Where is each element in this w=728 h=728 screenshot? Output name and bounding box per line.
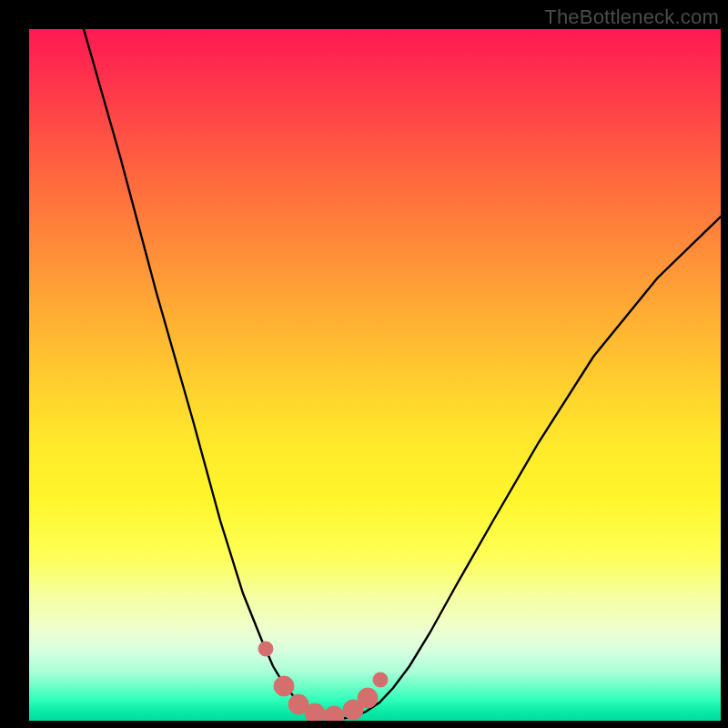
curve-marker xyxy=(258,642,273,656)
watermark-text: TheBottleneck.com xyxy=(544,5,719,29)
curve-marker xyxy=(373,672,388,687)
curve-marker xyxy=(274,676,294,696)
bottleneck-curve xyxy=(84,29,721,719)
curve-marker xyxy=(324,706,344,721)
plot-area xyxy=(29,29,721,721)
curve-marker xyxy=(305,703,325,721)
curve-layer xyxy=(29,29,721,721)
chart-frame: TheBottleneck.com xyxy=(0,0,728,728)
curve-marker xyxy=(358,688,378,708)
